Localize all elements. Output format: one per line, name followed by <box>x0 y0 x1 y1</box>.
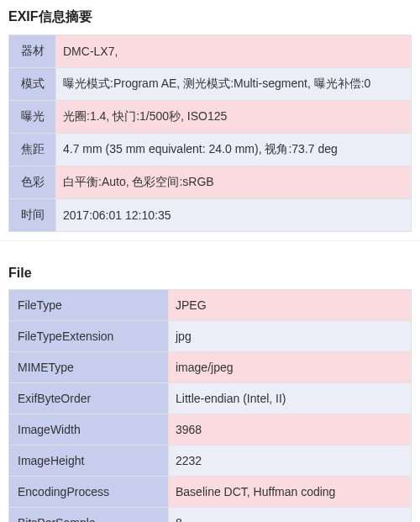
table-row: FileTypeExtension jpg <box>9 321 412 352</box>
row-label: MIMEType <box>9 352 169 383</box>
table-row: 曝光 光圈:1.4, 快门:1/500秒, ISO125 <box>9 101 412 134</box>
row-value: DMC-LX7, <box>56 35 412 68</box>
row-label: 焦距 <box>9 134 56 166</box>
row-label: 器材 <box>9 35 56 68</box>
row-label: ImageHeight <box>9 446 169 477</box>
row-value: 2232 <box>169 446 412 477</box>
table-row: ExifByteOrder Little-endian (Intel, II) <box>9 383 412 414</box>
table-row: FileType JPEG <box>9 290 412 321</box>
row-label: EncodingProcess <box>9 477 169 508</box>
row-label: FileTypeExtension <box>9 321 169 352</box>
row-label: BitsPerSample <box>9 508 169 523</box>
exif-summary-title: EXIF信息摘要 <box>8 7 412 28</box>
row-value: 光圈:1.4, 快门:1/500秒, ISO125 <box>56 101 412 134</box>
table-row: ImageWidth 3968 <box>9 414 412 446</box>
row-label: 色彩 <box>9 166 56 199</box>
row-label: 时间 <box>9 199 56 232</box>
row-label: 模式 <box>9 68 56 101</box>
row-label: 曝光 <box>9 101 56 134</box>
table-row: ImageHeight 2232 <box>9 446 412 477</box>
table-row: 器材 DMC-LX7, <box>9 35 412 68</box>
section-gap <box>0 240 420 257</box>
row-value: JPEG <box>169 290 412 321</box>
row-value: image/jpeg <box>169 352 412 383</box>
file-table: FileType JPEG FileTypeExtension jpg MIME… <box>8 289 412 522</box>
row-label: ImageWidth <box>9 414 169 446</box>
row-value: jpg <box>169 321 412 352</box>
table-row: 模式 曝光模式:Program AE, 测光模式:Multi-segment, … <box>9 68 412 101</box>
table-row: 时间 2017:06:01 12:10:35 <box>9 199 412 232</box>
row-label: FileType <box>9 290 169 321</box>
row-value: 8 <box>169 508 412 523</box>
row-value: Little-endian (Intel, II) <box>169 383 412 414</box>
table-row: 色彩 白平衡:Auto, 色彩空间:sRGB <box>9 166 412 199</box>
row-value: 曝光模式:Program AE, 测光模式:Multi-segment, 曝光补… <box>56 68 412 101</box>
row-value: 白平衡:Auto, 色彩空间:sRGB <box>56 166 412 199</box>
file-section-title: File <box>8 264 412 282</box>
row-value: 3968 <box>169 414 412 446</box>
row-value: 4.7 mm (35 mm equivalent: 24.0 mm), 视角:7… <box>56 134 412 166</box>
row-value: 2017:06:01 12:10:35 <box>56 199 412 232</box>
row-label: ExifByteOrder <box>9 383 169 414</box>
row-value: Baseline DCT, Huffman coding <box>169 477 412 508</box>
table-row: MIMEType image/jpeg <box>9 352 412 383</box>
table-row: BitsPerSample 8 <box>9 508 412 523</box>
exif-summary-table: 器材 DMC-LX7, 模式 曝光模式:Program AE, 测光模式:Mul… <box>8 34 412 232</box>
exif-summary-section: EXIF信息摘要 器材 DMC-LX7, 模式 曝光模式:Program AE,… <box>0 0 420 240</box>
table-row: 焦距 4.7 mm (35 mm equivalent: 24.0 mm), 视… <box>9 134 412 166</box>
table-row: EncodingProcess Baseline DCT, Huffman co… <box>9 477 412 508</box>
file-section: File FileType JPEG FileTypeExtension jpg… <box>0 257 420 522</box>
